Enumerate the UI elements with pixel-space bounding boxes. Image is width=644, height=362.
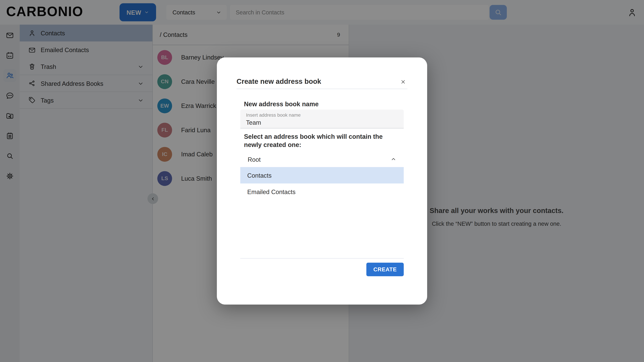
app-window: CARBONIO NEW Contacts — [0, 0, 644, 362]
parent-select-value: Root — [248, 156, 261, 163]
option-label: Emailed Contacts — [247, 188, 296, 195]
chevron-up-icon — [390, 156, 396, 162]
modal-header: Create new address book — [237, 76, 408, 89]
parent-option-emailed-contacts[interactable]: Emailed Contacts — [240, 184, 404, 200]
modal-footer-divider — [240, 258, 404, 258]
close-icon[interactable] — [398, 77, 408, 86]
create-address-book-modal: Create new address book New address book… — [217, 57, 427, 305]
parent-option-contacts[interactable]: Contacts — [240, 167, 404, 184]
address-book-name-input[interactable] — [246, 119, 398, 126]
name-field-label: New address book name — [240, 100, 404, 108]
create-button[interactable]: CREATE — [366, 263, 404, 276]
address-book-name-field[interactable]: Insert address book name — [240, 110, 404, 129]
name-field-placeholder-label: Insert address book name — [246, 112, 398, 118]
modal-title: Create new address book — [237, 76, 321, 87]
parent-address-book-select[interactable]: Root — [240, 151, 404, 167]
modal-actions: CREATE — [240, 263, 404, 276]
modal-body: New address book name Insert address boo… — [217, 100, 427, 276]
parent-select-label: Select an address book which will contai… — [240, 133, 400, 149]
option-label: Contacts — [247, 172, 272, 179]
